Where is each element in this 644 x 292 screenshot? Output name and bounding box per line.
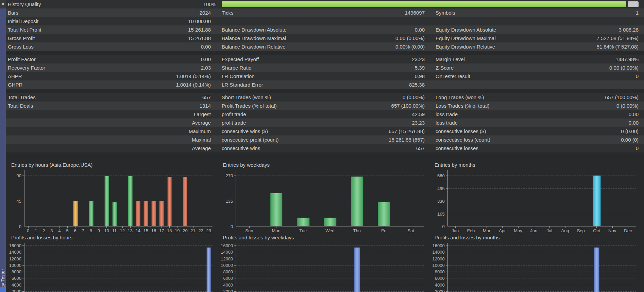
x-tickmark bbox=[581, 226, 581, 228]
gridline bbox=[448, 252, 636, 252]
x-tick-label: Jun bbox=[526, 226, 542, 234]
close-report-button[interactable]: ✕ bbox=[0, 0, 6, 8]
stat-label: AHPR bbox=[8, 72, 176, 80]
stat-cell: Ticks1496097 bbox=[216, 8, 430, 17]
stat-label: GHPR bbox=[8, 80, 176, 89]
stat-cell: Short Trades (won %)0 (0.00%) bbox=[216, 93, 430, 102]
x-tickmark bbox=[99, 226, 99, 228]
chart-title: Entries by weekdays bbox=[223, 162, 429, 169]
stat-value: 3 008.28 bbox=[619, 25, 639, 34]
progress-cap bbox=[628, 1, 639, 7]
x-tick-label: Jul bbox=[542, 226, 557, 234]
x-tick-label: 16 bbox=[150, 226, 158, 234]
x-label: Apr bbox=[499, 228, 506, 233]
stat-label: Z-Score bbox=[436, 63, 609, 72]
x-tick-label: Feb bbox=[463, 226, 479, 234]
x-tick-label: Oct bbox=[589, 226, 604, 234]
chart-body: 04590 bbox=[9, 170, 217, 226]
x-tickmark bbox=[596, 226, 597, 228]
stat-cell: Initial Deposit10 000.00 bbox=[6, 17, 216, 25]
chart-title: Entries by months bbox=[435, 162, 641, 169]
x-tickmark bbox=[303, 226, 303, 228]
stat-cell: consecutive wins ($)657 (15 261.88) bbox=[216, 127, 430, 135]
stat-cell: Average bbox=[6, 144, 216, 152]
stat-label: loss trade bbox=[436, 118, 629, 127]
stats-row: History Quality100% bbox=[6, 0, 644, 8]
x-tick-label: Dec bbox=[620, 226, 636, 234]
stat-label: loss trade bbox=[436, 110, 629, 118]
x-tick-label: Fri bbox=[370, 226, 397, 234]
y-tick-label: 12000 bbox=[221, 256, 233, 261]
x-label: 0 bbox=[27, 228, 29, 233]
chart-bar bbox=[167, 177, 172, 226]
chart-bar bbox=[297, 218, 309, 226]
x-tick-label: 3 bbox=[48, 226, 55, 234]
stat-value: 51.84% (7 527.08) bbox=[597, 42, 639, 51]
x-label: Jan bbox=[452, 228, 459, 233]
x-label: 14 bbox=[136, 228, 140, 233]
stat-value: 657 (15 261.88) bbox=[389, 127, 425, 135]
chart-plot bbox=[24, 170, 213, 226]
chart-title: Entries by hours (Asia,Europe,USA) bbox=[11, 162, 217, 169]
stat-value: 1496097 bbox=[405, 8, 425, 17]
y-tick-label: 330 bbox=[437, 199, 445, 204]
gridline bbox=[24, 272, 213, 272]
y-tick-label: 2000 bbox=[435, 289, 445, 292]
gridline bbox=[24, 265, 213, 266]
chart-plot bbox=[447, 243, 636, 292]
x-tickmark bbox=[201, 226, 201, 228]
chart-bar bbox=[159, 201, 164, 226]
stats-row: Bars2024Ticks1496097Symbols1 bbox=[6, 8, 644, 17]
x-tickmark bbox=[471, 226, 471, 228]
stat-value: 15 261.88 bbox=[188, 25, 211, 34]
gridline bbox=[448, 214, 636, 214]
stat-label: Equity Drawdown Maximal bbox=[436, 34, 597, 42]
gridline bbox=[448, 285, 636, 285]
x-tickmark bbox=[357, 226, 357, 228]
y-tick-label: 90 bbox=[17, 173, 21, 178]
gridline bbox=[236, 252, 424, 252]
stat-value: Average bbox=[192, 118, 211, 127]
stat-label: consecutive wins ($) bbox=[222, 127, 389, 135]
stat-label bbox=[8, 110, 194, 118]
gridline bbox=[236, 259, 424, 259]
gridline bbox=[236, 201, 424, 201]
gridline bbox=[236, 291, 424, 292]
stat-label: Expected Payoff bbox=[222, 55, 412, 63]
chart-bar bbox=[378, 202, 390, 226]
x-label: Mar bbox=[483, 228, 490, 233]
stat-cell: consecutive loss (count)0.00 (0) bbox=[430, 135, 644, 144]
stat-label: consecutive wins bbox=[222, 144, 416, 152]
stat-label: Total Trades bbox=[8, 93, 202, 102]
y-tick-label: 8000 bbox=[12, 269, 21, 274]
stat-cell: Largest bbox=[6, 110, 216, 118]
x-tickmark bbox=[534, 226, 534, 228]
stat-value: 5.39 bbox=[415, 63, 425, 72]
stat-cell: loss trade0.00 bbox=[430, 118, 644, 127]
backtest-report: History Quality100%Bars2024Ticks1496097S… bbox=[6, 0, 644, 292]
stat-value: 0.00% (0.00) bbox=[395, 42, 425, 51]
stat-value: 2.03 bbox=[201, 63, 211, 72]
stat-label: Profit Trades (% of total) bbox=[222, 102, 391, 110]
x-tickmark bbox=[67, 226, 68, 228]
x-tick-label: Mar bbox=[479, 226, 494, 234]
gridline bbox=[236, 285, 424, 285]
gridline bbox=[236, 245, 424, 246]
y-tick-label: 2000 bbox=[12, 289, 21, 292]
y-tick-label: 4000 bbox=[435, 282, 445, 287]
x-tickmark bbox=[330, 226, 330, 228]
x-label: 22 bbox=[198, 228, 203, 233]
x-tick-label: Wed bbox=[317, 226, 343, 234]
stat-value: 657 bbox=[416, 144, 425, 152]
profit-loss-charts-row: Profits and losses by hours0200040006000… bbox=[6, 235, 644, 292]
stat-label: Ticks bbox=[222, 8, 405, 17]
stat-cell: consecutive profit (count)15 261.88 (657… bbox=[216, 135, 430, 144]
stat-value: 0.00 bbox=[629, 110, 639, 118]
x-tick-label: Nov bbox=[605, 226, 620, 234]
y-tick-label: 12000 bbox=[9, 256, 21, 261]
x-tickmark bbox=[122, 226, 123, 228]
stat-value: 0.00 bbox=[201, 55, 211, 63]
stat-cell: Equity Drawdown Absolute3 008.28 bbox=[430, 25, 644, 34]
stats-row: Recovery Factor2.03Sharpe Ratio5.39Z-Sco… bbox=[6, 63, 644, 72]
stats-row: Maximumconsecutive wins ($)657 (15 261.8… bbox=[6, 127, 644, 135]
